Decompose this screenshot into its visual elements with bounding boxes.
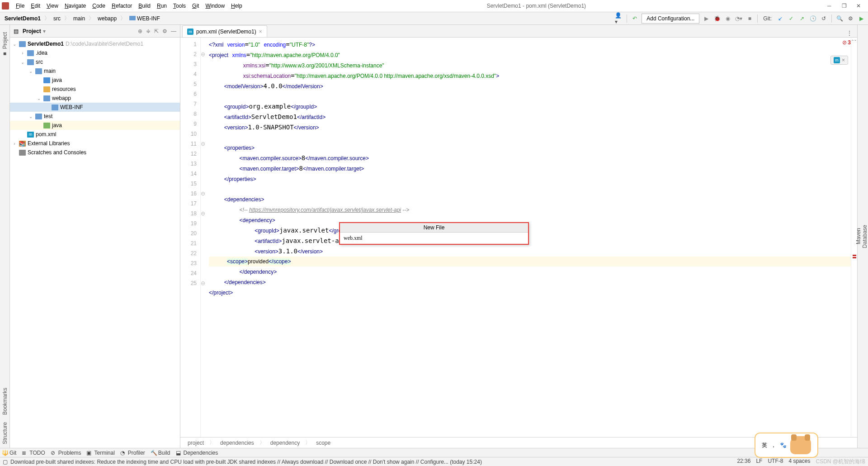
gear-icon[interactable]: ⚙ [162, 28, 167, 34]
add-configuration-button[interactable]: Add Configuration... [642, 14, 699, 24]
tree-test[interactable]: ⌄test [10, 112, 180, 121]
code-bc-item[interactable]: project [188, 440, 204, 446]
profile-icon[interactable]: ◔▾ [735, 14, 743, 23]
todo-toolwindow[interactable]: ≣TODO [22, 450, 45, 456]
stop-icon[interactable]: ■ [745, 14, 754, 23]
bookmarks-tool-button[interactable]: Bookmarks [2, 384, 8, 418]
tool-window-bar: 🔱Git ≣TODO ⊘Problems ▣Terminal ◔Profiler… [0, 448, 868, 457]
tree-root[interactable]: ⌄ServletDemo1D:\code\Java\bite\ServletDe… [10, 39, 180, 48]
watermark: CSDN @机智的海绵 [816, 458, 865, 466]
line-separator[interactable]: LF [756, 458, 762, 466]
coverage-icon[interactable]: ◉ [724, 14, 732, 23]
breadcrumb-item[interactable]: src [52, 14, 62, 23]
menu-help[interactable]: Help [228, 1, 245, 11]
structure-tool-button[interactable]: Structure [2, 418, 8, 448]
indent-info[interactable]: 4 spaces [788, 458, 810, 466]
search-icon[interactable]: 🔍 [835, 14, 844, 23]
new-file-name-input[interactable] [340, 233, 528, 244]
redo-arrow-icon[interactable]: ↶ [631, 14, 639, 23]
navigation-toolbar: ServletDemo1〉src〉main〉webapp〉WEB-INF 👤▾ … [0, 12, 868, 25]
tree-webinf[interactable]: WEB-INF [10, 103, 180, 112]
dependencies-toolwindow[interactable]: ⬓Dependencies [176, 450, 218, 456]
right-tool-rail: Database Maven [857, 25, 868, 448]
maven-tool-button[interactable]: Maven [855, 224, 862, 248]
code-bc-item[interactable]: dependencies [220, 440, 254, 446]
settings-icon[interactable]: ⚙ [846, 14, 854, 23]
git-toolwindow[interactable]: 🔱Git [2, 450, 16, 456]
tree-pom[interactable]: mpom.xml [10, 130, 180, 139]
maven-reload-badge[interactable]: m× [830, 56, 848, 65]
new-file-popup: New File [339, 222, 529, 245]
user-icon[interactable]: 👤▾ [615, 14, 623, 23]
breadcrumb-item[interactable]: ServletDemo1 [3, 14, 42, 23]
close-button[interactable]: ✕ [856, 3, 863, 9]
file-encoding[interactable]: UTF-8 [768, 458, 783, 466]
tree-scratch[interactable]: Scratches and Consoles [10, 148, 180, 157]
profiler-toolwindow[interactable]: ◔Profiler [120, 450, 145, 456]
run-icon[interactable]: ▶ [702, 14, 710, 23]
git-label: Git: [763, 15, 772, 22]
hide-icon[interactable]: — [171, 28, 176, 34]
build-toolwindow[interactable]: 🔨Build [151, 450, 170, 456]
status-message[interactable]: Download pre-built shared indexes: Reduc… [10, 459, 731, 465]
maximize-button[interactable]: ❐ [842, 3, 848, 9]
dropdown-icon[interactable]: ▾ [43, 28, 46, 34]
breadcrumb-item[interactable]: WEB-INF [127, 14, 162, 23]
menu-navigate[interactable]: Navigate [61, 1, 89, 11]
run-anything-icon[interactable]: ▶ [857, 14, 865, 23]
caret-position[interactable]: 22:36 [737, 458, 750, 466]
paw-icon: 🐾 [780, 442, 787, 448]
tree-webapp[interactable]: ⌄webapp [10, 94, 180, 103]
path-breadcrumb[interactable]: ServletDemo1〉src〉main〉webapp〉WEB-INF [3, 14, 162, 23]
vcs-push-icon[interactable]: ↗ [798, 14, 806, 23]
tree-src[interactable]: ⌄src [10, 57, 180, 67]
fold-gutter[interactable]: ⊖⊖⊖⊖⊖ [201, 38, 206, 437]
menu-refactor[interactable]: Refactor [108, 1, 135, 11]
minimize-button[interactable]: ─ [827, 3, 834, 9]
tree-resources[interactable]: resources [10, 85, 180, 94]
vcs-history-icon[interactable]: 🕓 [809, 14, 817, 23]
collapse-all-icon[interactable]: ⇱ [154, 28, 159, 34]
project-tree[interactable]: ⌄ServletDemo1D:\code\Java\bite\ServletDe… [10, 38, 180, 448]
breadcrumb-item[interactable]: webapp [96, 14, 118, 23]
tree-test-java[interactable]: java [10, 121, 180, 130]
expand-all-icon[interactable]: ≑ [146, 28, 151, 34]
code-bc-item[interactable]: dependency [270, 440, 300, 446]
code-bc-item[interactable]: scope [316, 440, 330, 446]
tree-idea[interactable]: ›.idea [10, 48, 180, 57]
vcs-update-icon[interactable]: ↙ [776, 14, 784, 23]
tree-extlib[interactable]: ›📚External Libraries [10, 139, 180, 148]
menu-build[interactable]: Build [135, 1, 154, 11]
tab-options-icon[interactable]: ⋮ [845, 29, 854, 37]
tree-main[interactable]: ⌄main [10, 67, 180, 76]
menu-tools[interactable]: Tools [170, 1, 189, 11]
line-number-gutter: 1234567891011121314151617181920212223242… [180, 38, 201, 437]
menu-code[interactable]: Code [89, 1, 108, 11]
status-bar: ▢ Download pre-built shared indexes: Red… [0, 457, 868, 466]
status-icon[interactable]: ▢ [3, 459, 8, 465]
tree-java[interactable]: java [10, 76, 180, 85]
menu-window[interactable]: Window [202, 1, 228, 11]
menu-view[interactable]: View [43, 1, 61, 11]
vcs-commit-icon[interactable]: ✓ [787, 14, 795, 23]
menu-edit[interactable]: Edit [28, 1, 43, 11]
tab-pom[interactable]: m pom.xml (ServletDemo1) × [182, 25, 267, 37]
menu-git[interactable]: Git [189, 1, 202, 11]
problems-toolwindow[interactable]: ⊘Problems [51, 450, 81, 456]
ime-indicator[interactable]: 英 ， 🐾 [755, 433, 818, 458]
project-tool-button[interactable]: ■ Project [2, 29, 8, 61]
tab-close-icon[interactable]: × [259, 29, 262, 35]
popup-title: New File [340, 223, 528, 233]
editor-tabs: m pom.xml (ServletDemo1) × ⋮ [180, 25, 857, 38]
terminal-toolwindow[interactable]: ▣Terminal [86, 450, 114, 456]
menu-run[interactable]: Run [154, 1, 170, 11]
breadcrumb-item[interactable]: main [71, 14, 87, 23]
vcs-rollback-icon[interactable]: ↺ [820, 14, 828, 23]
error-indicator[interactable]: ⊘3 ˆˇ [842, 39, 856, 46]
database-tool-button[interactable]: Database [862, 221, 868, 252]
intellij-icon [2, 2, 9, 10]
menu-file[interactable]: File [13, 1, 28, 11]
locate-icon[interactable]: ⊕ [138, 28, 142, 34]
debug-icon[interactable]: 🐞 [713, 14, 721, 23]
project-view-icon: ▤ [14, 28, 20, 34]
